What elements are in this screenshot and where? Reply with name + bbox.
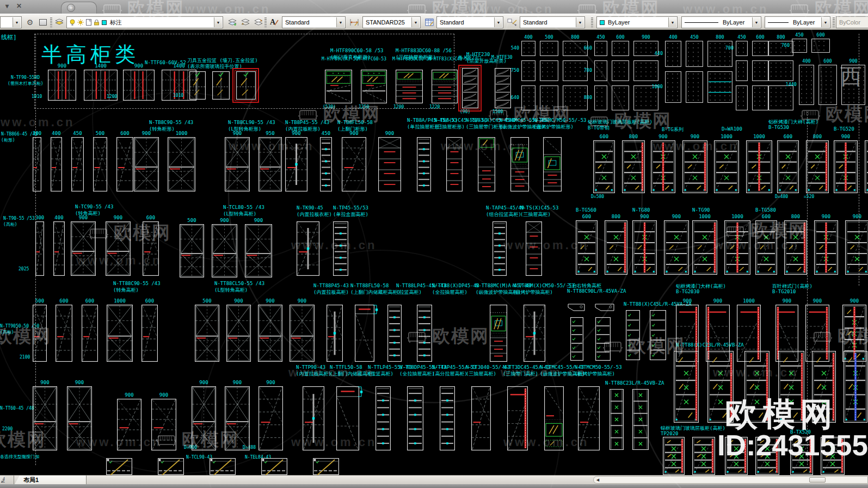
dimension-label: 900 xyxy=(192,380,216,385)
cabinet-label: D=WA100 xyxy=(722,126,742,132)
cad-text: 2200 xyxy=(2,427,13,432)
cabinet-label: (单拉盒面高柜) xyxy=(333,211,368,218)
dimension-label: 900 xyxy=(632,214,657,219)
cabinet-label: N-TT88(X)C23L/R-45VB-ZA xyxy=(676,342,744,348)
gear-icon[interactable]: ⚙ xyxy=(24,16,36,28)
dimension-label: 540 xyxy=(502,46,519,51)
layer-combo[interactable]: 标注 ▼ xyxy=(66,16,223,28)
text-style-icon[interactable]: A xyxy=(268,16,281,28)
layer-state-icon[interactable] xyxy=(226,16,238,28)
dimension-label: 900 xyxy=(134,131,159,136)
lineweight-combo[interactable]: ByLayer ▼ xyxy=(765,16,830,28)
dimension-label: 900 xyxy=(865,134,868,139)
cabinet-drawing xyxy=(82,305,98,362)
text-style-combo[interactable]: Standard ▼ xyxy=(282,16,346,28)
cabinet-drawing xyxy=(71,221,96,276)
color-combo[interactable]: ByLayer ▼ xyxy=(596,16,678,28)
mleader-style-icon[interactable] xyxy=(506,16,518,28)
dropdown-arrow-icon[interactable]: ▼ xyxy=(576,17,584,27)
linetype-sample xyxy=(685,22,718,23)
scrollbar-thumb[interactable] xyxy=(809,477,826,483)
layer-color-swatch[interactable] xyxy=(102,20,107,25)
dimension-label: 900 xyxy=(664,214,689,219)
drawing-canvas[interactable]: 线框] 半高柜类 西 N-TF90-55HD(需所木打单高柜)N-TB866-4… xyxy=(0,30,868,475)
cabinet-drawing xyxy=(71,137,84,192)
dimension-label: 300 xyxy=(35,215,44,220)
dimension-label: 900 xyxy=(842,298,866,304)
sun-icon[interactable] xyxy=(77,19,84,26)
layer-isolate-icon[interactable] xyxy=(253,16,264,28)
workspace-settings-icon[interactable] xyxy=(37,16,49,28)
bulb-icon[interactable] xyxy=(70,19,75,26)
table-style-combo[interactable]: Standard ▼ xyxy=(436,16,503,28)
layer-properties-icon[interactable] xyxy=(53,16,65,28)
dimension-label: 900 xyxy=(71,215,96,220)
panel-tab[interactable]: + xyxy=(61,2,97,14)
dotted-panel xyxy=(686,71,703,103)
dropdown-arrow-icon[interactable]: ▼ xyxy=(752,17,760,27)
dropdown-arrow-icon[interactable]: ▼ xyxy=(411,17,420,27)
cabinet-code-label: M-HTF23口 xyxy=(459,55,482,61)
dim-style-icon[interactable] xyxy=(348,16,360,28)
cabinet-label: (上翻门内储藏柜高柜) xyxy=(350,289,401,296)
cabinet-drawing xyxy=(595,317,611,361)
dotted-panel xyxy=(707,71,732,103)
cabinet-label: N-TG90 xyxy=(692,207,710,213)
dimension-label: 800 xyxy=(707,35,732,40)
lineweight-sample xyxy=(768,22,789,23)
cabinet-drawing xyxy=(812,351,836,423)
dimension-label: 600 xyxy=(752,35,768,40)
dropdown-arrow-icon[interactable]: ▼ xyxy=(668,17,676,27)
toolbar-grip[interactable] xyxy=(50,17,52,28)
cabinet-drawing xyxy=(440,386,455,450)
collapse-icon[interactable]: ▾ xyxy=(5,2,9,10)
tab-layout1[interactable]: 布局1 xyxy=(15,475,87,484)
cabinet-label: N-TB8FL50-58 xyxy=(337,120,373,125)
dropdown-arrow-icon[interactable]: ▼ xyxy=(821,17,829,27)
cabinet-drawing xyxy=(180,224,204,277)
horizontal-scrollbar[interactable]: ◄ xyxy=(593,476,868,484)
plot-style-value: ByColor xyxy=(839,19,860,26)
cabinet-label: N-TB8CL90-55 /43 xyxy=(228,120,275,125)
dropdown-arrow-icon[interactable]: ▼ xyxy=(494,17,502,27)
tab-model[interactable]: 模型 xyxy=(0,475,14,484)
color-value: ByLayer xyxy=(608,19,630,26)
cabinet-label: N-TP45-55/53 xyxy=(333,205,368,211)
plot-style-combo[interactable]: ByColor xyxy=(836,16,868,28)
dropdown-arrow-icon[interactable]: ▼ xyxy=(214,17,222,27)
cabinet-drawing xyxy=(327,305,343,362)
layer-previous-icon[interactable] xyxy=(239,16,251,28)
dim-style-combo[interactable]: STANDARD25 ▼ xyxy=(362,16,421,28)
cabinet-drawing xyxy=(387,305,402,362)
cabinet-drawing xyxy=(313,458,339,475)
dimension-label: =520 xyxy=(804,194,814,199)
cad-text: (高柜) xyxy=(0,330,14,335)
dimension-label: 800 xyxy=(768,35,793,40)
cabinet-label: (组合拉篮高柜) xyxy=(486,211,521,218)
cabinet-drawing xyxy=(544,386,564,450)
toolbar-grip[interactable] xyxy=(833,17,835,28)
cabinet-label: B-TG2010 xyxy=(772,289,796,294)
linetype-combo[interactable]: ByLayer ▼ xyxy=(681,16,761,28)
scroll-left-icon[interactable]: ◄ xyxy=(595,477,600,483)
cabinet-label: B-TG580 xyxy=(755,207,776,213)
mleader-style-combo[interactable]: Standard ▼ xyxy=(520,16,585,28)
cabinet-drawing xyxy=(106,221,131,276)
table-style-icon[interactable] xyxy=(423,16,435,28)
viewport-freeze-icon[interactable] xyxy=(86,19,91,26)
dropdown-arrow-icon[interactable]: ▼ xyxy=(336,17,344,27)
cabinet-drawing xyxy=(682,140,707,193)
cabinet-drawing xyxy=(594,303,615,312)
table-style-value: Standard xyxy=(440,19,464,26)
workspace-combo[interactable]: ▼ xyxy=(0,16,22,28)
toolbar-grip[interactable] xyxy=(264,17,267,28)
viewport-control-label[interactable]: 线框] xyxy=(1,33,17,41)
lock-icon[interactable] xyxy=(94,19,100,26)
dropdown-arrow-icon[interactable]: ▼ xyxy=(13,17,21,27)
dotted-panel xyxy=(612,41,629,56)
toolbar-grip[interactable] xyxy=(591,17,593,28)
cabinet-drawing xyxy=(507,386,528,450)
linetype-value: ByLayer xyxy=(723,19,744,26)
close-icon[interactable]: ✕ xyxy=(16,2,22,10)
dimension-label: 700 xyxy=(716,46,734,51)
